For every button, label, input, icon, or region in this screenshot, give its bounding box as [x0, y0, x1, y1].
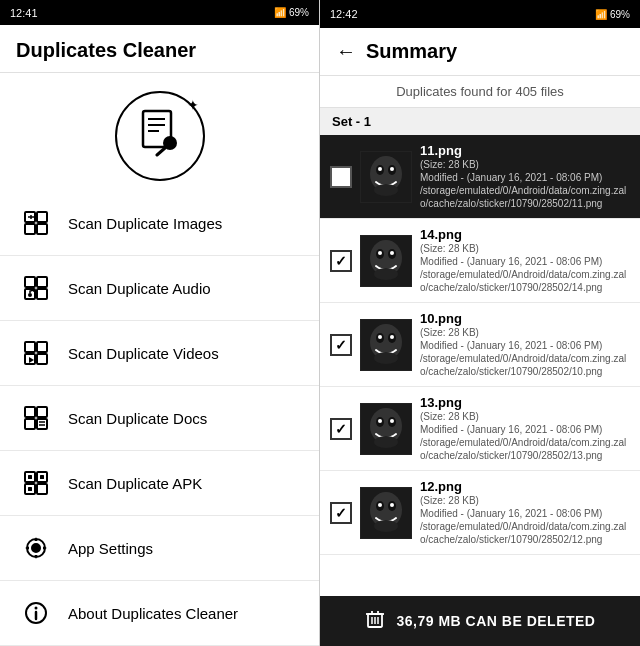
file-name: 11.png [420, 143, 630, 158]
file-name: 13.png [420, 395, 630, 410]
svg-rect-22 [25, 407, 35, 417]
menu-item-apk[interactable]: Scan Duplicate APK [0, 451, 319, 516]
svg-point-61 [390, 335, 394, 339]
file-info: 12.png(Size: 28 KB) Modified - (January … [420, 479, 630, 546]
file-name: 10.png [420, 311, 630, 326]
logo-container: ✦ [0, 73, 319, 191]
svg-point-62 [374, 352, 398, 364]
file-info: 14.png(Size: 28 KB) Modified - (January … [420, 227, 630, 294]
file-meta: (Size: 28 KB) Modified - (January 16, 20… [420, 326, 630, 378]
file-thumbnail [360, 235, 412, 287]
svg-rect-23 [37, 407, 47, 417]
status-icons-right: 📶 69% [595, 9, 630, 20]
document-broom-icon [135, 107, 185, 157]
file-meta: (Size: 28 KB) Modified - (January 16, 20… [420, 410, 630, 462]
file-checkbox[interactable] [330, 250, 352, 272]
status-bar-right: 12:42 📶 69% [320, 0, 640, 28]
status-bar-left: 12:41 📶 69% [0, 0, 319, 25]
back-button[interactable]: ← [336, 40, 356, 63]
trash-icon [365, 609, 385, 634]
signal-icon-right: 📶 [595, 9, 607, 20]
menu-item-about[interactable]: About Duplicates Cleaner [0, 581, 319, 646]
svg-point-16 [28, 293, 32, 297]
file-thumbnail [360, 319, 412, 371]
docs-scan-icon [20, 402, 52, 434]
file-checkbox[interactable] [330, 502, 352, 524]
time-left: 12:41 [10, 7, 38, 19]
svg-point-46 [378, 167, 382, 171]
svg-rect-32 [28, 475, 32, 479]
svg-marker-21 [29, 357, 34, 363]
summary-title: Summary [366, 40, 457, 63]
audio-scan-icon [20, 272, 52, 304]
delete-bar[interactable]: 36,79 MB CAN BE DELETED [320, 596, 640, 646]
svg-point-60 [378, 335, 382, 339]
set-label: Set - 1 [320, 108, 640, 135]
svg-point-40 [35, 607, 38, 610]
svg-point-53 [378, 251, 382, 255]
svg-rect-34 [28, 487, 32, 491]
menu-item-settings[interactable]: App Settings [0, 516, 319, 581]
svg-rect-15 [37, 289, 47, 299]
file-info: 13.png(Size: 28 KB) Modified - (January … [420, 395, 630, 462]
svg-rect-33 [40, 475, 44, 479]
menu-label-settings: App Settings [68, 540, 153, 557]
file-checkbox[interactable] [330, 334, 352, 356]
file-info: 10.png(Size: 28 KB) Modified - (January … [420, 311, 630, 378]
battery-left: 69% [289, 7, 309, 18]
battery-right: 69% [610, 9, 630, 20]
app-title: Duplicates Cleaner [16, 39, 196, 61]
svg-point-48 [374, 184, 398, 196]
left-panel: 12:41 📶 69% Duplicates Cleaner ✦ [0, 0, 320, 646]
menu-item-docs[interactable]: Scan Duplicate Docs [0, 386, 319, 451]
file-thumbnail [360, 487, 412, 539]
summary-header: ← Summary [320, 28, 640, 76]
svg-point-75 [390, 503, 394, 507]
file-item[interactable]: 10.png(Size: 28 KB) Modified - (January … [320, 303, 640, 387]
file-item[interactable]: 12.png(Size: 28 KB) Modified - (January … [320, 471, 640, 555]
file-meta: (Size: 28 KB) Modified - (January 16, 20… [420, 158, 630, 210]
svg-rect-20 [37, 354, 47, 364]
menu-item-images[interactable]: Scan Duplicate Images [0, 191, 319, 256]
logo-icon [135, 107, 185, 166]
menu-label-docs: Scan Duplicate Docs [68, 410, 207, 427]
svg-rect-31 [37, 484, 47, 494]
file-name: 12.png [420, 479, 630, 494]
svg-point-54 [390, 251, 394, 255]
menu-item-videos[interactable]: Scan Duplicate Videos [0, 321, 319, 386]
svg-rect-24 [25, 419, 35, 429]
file-checkbox[interactable] [330, 166, 352, 188]
time-right: 12:42 [330, 8, 358, 20]
menu-label-apk: Scan Duplicate APK [68, 475, 202, 492]
file-meta: (Size: 28 KB) Modified - (January 16, 20… [420, 242, 630, 294]
file-checkbox[interactable] [330, 418, 352, 440]
menu-item-audio[interactable]: Scan Duplicate Audio [0, 256, 319, 321]
menu-list: Scan Duplicate Images Scan Duplicate Aud… [0, 191, 319, 646]
svg-rect-7 [37, 212, 47, 222]
svg-point-55 [374, 268, 398, 280]
svg-point-68 [390, 419, 394, 423]
file-item[interactable]: 13.png(Size: 28 KB) Modified - (January … [320, 387, 640, 471]
svg-line-5 [157, 148, 165, 155]
file-name: 14.png [420, 227, 630, 242]
signal-icon: 📶 [274, 7, 286, 18]
svg-rect-17 [25, 342, 35, 352]
file-item[interactable]: 14.png(Size: 28 KB) Modified - (January … [320, 219, 640, 303]
svg-point-76 [374, 520, 398, 532]
file-thumbnail [360, 151, 412, 203]
file-item[interactable]: 11.png(Size: 28 KB) Modified - (January … [320, 135, 640, 219]
apk-scan-icon [20, 467, 52, 499]
svg-point-38 [33, 545, 39, 551]
svg-rect-9 [37, 224, 47, 234]
image-scan-icon [20, 207, 52, 239]
svg-rect-13 [37, 277, 47, 287]
sparkle-decoration: ✦ [187, 97, 199, 113]
menu-label-about: About Duplicates Cleaner [68, 605, 238, 622]
settings-icon [20, 532, 52, 564]
svg-rect-12 [25, 277, 35, 287]
app-logo: ✦ [115, 91, 205, 181]
right-panel: 12:42 📶 69% ← Summary Duplicates found f… [320, 0, 640, 646]
file-meta: (Size: 28 KB) Modified - (January 16, 20… [420, 494, 630, 546]
status-icons-left: 📶 69% [274, 7, 309, 18]
info-icon [20, 597, 52, 629]
